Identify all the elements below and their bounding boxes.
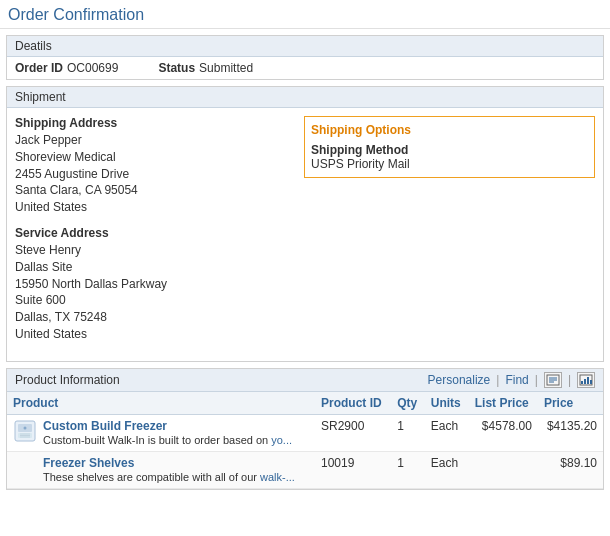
col-qty: Qty — [391, 392, 425, 415]
service-address-label: Service Address — [15, 226, 292, 240]
product-link-0[interactable]: yo... — [271, 434, 292, 446]
svg-rect-5 — [581, 381, 583, 384]
shipment-section: Shipment Shipping Address Jack Pepper Sh… — [6, 86, 604, 362]
service-addr-line-1: Dallas Site — [15, 259, 292, 276]
order-id-label: Order ID — [15, 61, 63, 75]
order-id-value: OC00699 — [67, 61, 118, 75]
product-text-1: Freezer ShelvesThese shelves are compati… — [43, 456, 295, 484]
product-link2-1[interactable]: walk-... — [260, 471, 295, 483]
shipping-addr-line-2: 2455 Augustine Drive — [15, 166, 292, 183]
product-cell-inner-0: Custom Build FreezerCustom-built Walk-In… — [13, 419, 309, 447]
divider3: | — [568, 373, 571, 387]
price-cell-0: $4135.20 — [538, 414, 603, 451]
price-cell-1: $89.10 — [538, 452, 603, 489]
col-list-price: List Price — [469, 392, 538, 415]
shipping-addr-line-0: Jack Pepper — [15, 132, 292, 149]
chart-icon[interactable] — [577, 372, 595, 388]
service-address-block: Service Address Steve Henry Dallas Site … — [15, 226, 292, 343]
shipping-addr-line-3: Santa Clara, CA 95054 — [15, 182, 292, 199]
details-row: Order ID OC00699 Status Submitted — [7, 57, 603, 79]
product-section-label: Product Information — [15, 373, 120, 387]
svg-rect-8 — [590, 380, 592, 384]
divider1: | — [496, 373, 499, 387]
svg-rect-6 — [584, 379, 586, 384]
product-desc-0: Custom-built Walk-In is built to order b… — [43, 433, 292, 447]
shipping-addr-line-4: United States — [15, 199, 292, 216]
product-cell-inner-1: Freezer ShelvesThese shelves are compati… — [13, 456, 309, 484]
shipment-body: Shipping Address Jack Pepper Shoreview M… — [7, 108, 603, 361]
divider2: | — [535, 373, 538, 387]
service-addr-line-2: 15950 North Dallas Parkway — [15, 276, 292, 293]
list-price-cell-1 — [469, 452, 538, 489]
shipping-left: Shipping Address Jack Pepper Shoreview M… — [15, 116, 292, 353]
export-icon[interactable] — [544, 372, 562, 388]
page-title: Order Confirmation — [0, 0, 610, 29]
product-header: Product Information Personalize | Find |… — [7, 369, 603, 392]
status-value: Submitted — [199, 61, 253, 75]
shipping-method-value: USPS Priority Mail — [311, 157, 588, 171]
product-icon-0 — [13, 419, 37, 446]
qty-cell-0: 1 — [391, 414, 425, 451]
details-section: Deatils Order ID OC00699 Status Submitte… — [6, 35, 604, 80]
table-row: Freezer ShelvesThese shelves are compati… — [7, 452, 603, 489]
qty-cell-1: 1 — [391, 452, 425, 489]
personalize-link[interactable]: Personalize — [428, 373, 491, 387]
svg-rect-7 — [587, 377, 589, 384]
shipping-addr-line-1: Shoreview Medical — [15, 149, 292, 166]
shipment-header: Shipment — [7, 87, 603, 108]
service-addr-line-0: Steve Henry — [15, 242, 292, 259]
service-addr-line-3: Suite 600 — [15, 292, 292, 309]
shipping-address-label: Shipping Address — [15, 116, 292, 130]
product-header-actions: Personalize | Find | | — [428, 372, 595, 388]
service-addr-line-4: Dallas, TX 75248 — [15, 309, 292, 326]
col-product: Product — [7, 392, 315, 415]
product-name-0[interactable]: Custom Build Freezer — [43, 419, 292, 433]
status-label: Status — [158, 61, 195, 75]
col-product-id: Product ID — [315, 392, 391, 415]
service-addr-line-5: United States — [15, 326, 292, 343]
shipping-options-title: Shipping Options — [311, 123, 588, 137]
product-cell-1: Freezer ShelvesThese shelves are compati… — [7, 452, 315, 489]
product-section: Product Information Personalize | Find |… — [6, 368, 604, 491]
list-price-cell-0: $4578.00 — [469, 414, 538, 451]
shipping-address-block: Shipping Address Jack Pepper Shoreview M… — [15, 116, 292, 216]
product-desc-1: These shelves are compatible with all of… — [43, 470, 295, 484]
product-id-cell-1: 10019 — [315, 452, 391, 489]
table-header-row: Product Product ID Qty Units List Price … — [7, 392, 603, 415]
product-name-1[interactable]: Freezer Shelves — [43, 456, 295, 470]
product-table: Product Product ID Qty Units List Price … — [7, 392, 603, 490]
col-units: Units — [425, 392, 469, 415]
svg-point-12 — [24, 426, 27, 429]
product-id-cell-0: SR2900 — [315, 414, 391, 451]
details-header: Deatils — [7, 36, 603, 57]
find-link[interactable]: Find — [505, 373, 528, 387]
col-price: Price — [538, 392, 603, 415]
units-cell-0: Each — [425, 414, 469, 451]
units-cell-1: Each — [425, 452, 469, 489]
product-text-0: Custom Build FreezerCustom-built Walk-In… — [43, 419, 292, 447]
shipping-method-label: Shipping Method — [311, 143, 588, 157]
product-cell-0: Custom Build FreezerCustom-built Walk-In… — [7, 414, 315, 451]
table-row: Custom Build FreezerCustom-built Walk-In… — [7, 414, 603, 451]
shipping-options-box: Shipping Options Shipping Method USPS Pr… — [304, 116, 595, 178]
